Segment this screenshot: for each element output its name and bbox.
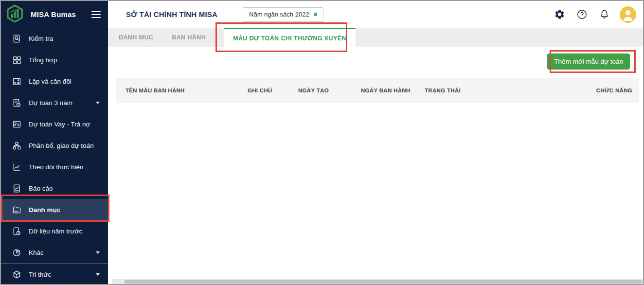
tab-ban-hanh[interactable]: BAN HÀNH xyxy=(162,28,215,47)
sidebar-item-label: Lập và cân đối xyxy=(29,78,72,85)
app-window: MISA Bumas Kiểm tra Tổng hợp Lập xyxy=(0,0,644,285)
document-dollar-icon: $ xyxy=(11,119,22,129)
sidebar-item-label: Dữ liệu năm trước xyxy=(29,228,82,235)
help-icon[interactable] xyxy=(576,9,588,20)
document-3-icon: 3 xyxy=(11,97,22,108)
pie-chart-icon xyxy=(11,247,22,258)
sidebar: MISA Bumas Kiểm tra Tổng hợp Lập xyxy=(1,1,108,284)
sidebar-item-label: Báo cáo xyxy=(29,185,53,192)
document-search-icon xyxy=(11,33,22,44)
settings-icon[interactable] xyxy=(554,9,565,20)
sidebar-brand-row: MISA Bumas xyxy=(1,1,108,28)
calculator-icon xyxy=(11,76,22,87)
scrollbar-thumb[interactable] xyxy=(125,280,642,284)
tab-mau-du-toan-chi-thuong-xuyen[interactable]: MẪU DỰ TOÁN CHI THƯỜNG XUYÊN xyxy=(224,28,356,47)
add-template-button[interactable]: Thêm mới mẫu dự toán xyxy=(547,53,630,70)
hierarchy-icon xyxy=(11,140,22,151)
svg-text:3: 3 xyxy=(18,103,19,106)
green-status-dot xyxy=(314,13,317,16)
column-header-chuc-nang: CHỨC NĂNG xyxy=(596,88,639,93)
budget-year-label: Năm ngân sách 2022 xyxy=(249,11,309,18)
column-header-ngay-tao: NGÀY TẠO xyxy=(298,88,361,93)
content-area: Thêm mới mẫu dự toán TÊN MẪU BAN HÀNH GH… xyxy=(108,47,643,284)
chevron-down-icon xyxy=(96,102,100,104)
column-header-ngay-ban-hanh: NGÀY BAN HÀNH xyxy=(361,88,425,93)
tab-danh-muc[interactable]: DANH MỤC xyxy=(109,28,162,47)
folder-icon xyxy=(11,204,22,215)
sidebar-item-du-toan-3-nam[interactable]: 3 Dự toán 3 năm xyxy=(1,92,108,113)
column-header-ghi-chu: GHI CHÚ xyxy=(248,88,298,93)
sidebar-item-tri-thuc[interactable]: Tri thức xyxy=(1,264,108,285)
table-body-empty xyxy=(116,103,639,278)
sidebar-menu: Kiểm tra Tổng hợp Lập và cân đối 3 Dự to… xyxy=(1,28,108,285)
svg-text:$: $ xyxy=(17,122,19,126)
topbar-icons xyxy=(543,6,636,23)
sidebar-item-label: Khác xyxy=(29,249,44,256)
organization-title: SỞ TÀI CHÍNH TỈNH MISA xyxy=(126,10,217,18)
tab-bar: DANH MỤC BAN HÀNH MẪU DỰ TOÁN CHI THƯỜNG… xyxy=(108,28,643,47)
sidebar-item-du-toan-vay-tra-no[interactable]: $ Dự toán Vay - Trả nợ xyxy=(1,113,108,135)
sidebar-item-danh-muc[interactable]: Danh mục xyxy=(1,199,108,220)
sidebar-item-label: Kiểm tra xyxy=(29,35,53,42)
misa-logo-icon xyxy=(5,4,24,25)
sidebar-item-du-lieu-nam-truoc[interactable]: Dữ liệu năm trước xyxy=(1,220,108,242)
table-header-row: TÊN MẪU BAN HÀNH GHI CHÚ NGÀY TẠO NGÀY B… xyxy=(116,78,639,103)
brand-name: MISA Bumas xyxy=(31,10,76,18)
sidebar-item-phan-bo-giao-du-toan[interactable]: Phân bổ, giao dự toán xyxy=(1,135,108,156)
horizontal-scrollbar[interactable] xyxy=(112,279,643,284)
sidebar-item-bao-cao[interactable]: Báo cáo xyxy=(1,178,108,199)
sidebar-item-tong-hop[interactable]: Tổng hợp xyxy=(1,49,108,71)
top-bar: SỞ TÀI CHÍNH TỈNH MISA Năm ngân sách 202… xyxy=(108,1,643,28)
notifications-icon[interactable] xyxy=(598,9,610,20)
column-header-ten-mau-ban-hanh: TÊN MẪU BAN HÀNH xyxy=(125,88,248,93)
budget-year-selector[interactable]: Năm ngân sách 2022 xyxy=(243,7,323,22)
sidebar-item-khac[interactable]: Khác xyxy=(1,242,108,263)
menu-toggle-icon[interactable] xyxy=(91,9,101,20)
document-clock-icon xyxy=(11,226,22,236)
column-header-trang-thai: TRẠNG THÁI xyxy=(425,88,596,93)
sidebar-item-kiem-tra[interactable]: Kiểm tra xyxy=(1,28,108,49)
sidebar-item-lap-va-can-doi[interactable]: Lập và cân đối xyxy=(1,71,108,92)
report-chart-icon xyxy=(11,183,22,194)
main-area: SỞ TÀI CHÍNH TỈNH MISA Năm ngân sách 202… xyxy=(108,1,643,284)
sidebar-item-label: Dự toán 3 năm xyxy=(29,99,72,107)
chevron-down-icon xyxy=(96,251,100,254)
cube-icon xyxy=(11,269,22,280)
grid-icon xyxy=(11,54,22,65)
sidebar-item-theo-doi-thuc-hien[interactable]: Theo dõi thực hiện xyxy=(1,156,108,178)
sidebar-item-label: Danh mục xyxy=(29,206,60,214)
sidebar-item-label: Tổng hợp xyxy=(29,56,57,64)
chevron-down-icon xyxy=(96,273,100,276)
sidebar-item-label: Phân bổ, giao dự toán xyxy=(29,142,94,149)
sidebar-item-label: Tri thức xyxy=(29,271,51,278)
line-chart-icon xyxy=(11,161,22,172)
sidebar-item-label: Dự toán Vay - Trả nợ xyxy=(29,121,90,128)
sidebar-item-label: Theo dõi thực hiện xyxy=(29,163,84,171)
user-avatar[interactable] xyxy=(620,6,636,23)
